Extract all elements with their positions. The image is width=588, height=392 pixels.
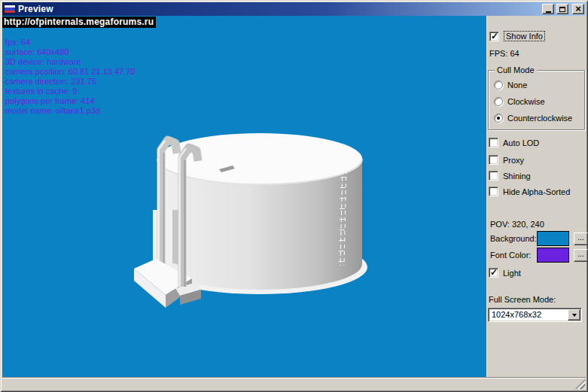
close-icon xyxy=(575,5,581,14)
cull-mode-legend: Cull Mode xyxy=(495,65,537,74)
fullscreen-mode-value: 1024x768x32 xyxy=(489,308,567,321)
radio-none-label[interactable]: None xyxy=(507,81,527,90)
font-color-row: Font Color: ... xyxy=(490,248,588,263)
font-color-swatch xyxy=(537,248,569,263)
background-picker-button[interactable]: ... xyxy=(574,232,588,245)
maximize-button[interactable] xyxy=(556,4,568,14)
show-info-row: Show Info xyxy=(489,31,545,41)
app-flag-icon xyxy=(4,5,16,14)
shining-row: Shining xyxy=(489,171,531,181)
close-button[interactable] xyxy=(572,4,584,14)
url-banner: http://ofpinternals.megaforums.ru xyxy=(2,17,156,28)
fullscreen-mode-select[interactable]: 1024x768x32 xyxy=(488,308,582,322)
titlebar[interactable]: Preview xyxy=(2,2,586,16)
radio-clockwise[interactable] xyxy=(494,97,503,106)
window-title: Preview xyxy=(18,4,540,15)
proxy-checkbox[interactable] xyxy=(489,155,498,165)
auto-lod-checkbox[interactable] xyxy=(489,138,498,147)
radio-counterclockwise-label[interactable]: Counterclockwise xyxy=(507,114,572,123)
radio-none[interactable] xyxy=(494,81,503,90)
cull-mode-groupbox: Cull Mode None Clockwise Counterclockwis… xyxy=(488,70,585,130)
fullscreen-mode-label: Full Screen Mode: xyxy=(489,295,556,304)
light-row: Light xyxy=(489,268,521,278)
preview-window: Preview xyxy=(0,0,588,392)
hide-alpha-sorted-checkbox[interactable] xyxy=(489,187,498,196)
radio-counterclockwise[interactable] xyxy=(494,114,503,123)
info-line-camera-direction: camera direction: 231.75 xyxy=(5,77,135,87)
flag-stripe-red xyxy=(5,11,15,13)
side-panel: Show Info FPS: 64 Cull Mode None Clockwi… xyxy=(486,16,586,377)
cull-mode-option-counterclockwise: Counterclockwise xyxy=(494,114,572,123)
maximize-icon xyxy=(559,7,565,12)
radio-clockwise-label[interactable]: Clockwise xyxy=(507,97,545,106)
info-line-device: 3D device: hardware xyxy=(5,57,135,67)
hide-alpha-sorted-label[interactable]: Hide Alpha-Sorted xyxy=(503,187,570,196)
dropdown-button[interactable] xyxy=(568,309,580,321)
info-line-polygons: polygons per frame: 414 xyxy=(5,96,135,106)
background-label: Background: xyxy=(490,234,531,243)
light-label[interactable]: Light xyxy=(503,269,521,278)
proxy-label[interactable]: Proxy xyxy=(503,156,524,165)
background-row: Background: ... xyxy=(490,231,588,246)
auto-lod-row: Auto LOD xyxy=(489,138,539,147)
shining-label[interactable]: Shining xyxy=(503,172,531,181)
pov-label: POV: 320, 240 xyxy=(490,220,544,229)
show-info-checkbox[interactable] xyxy=(489,32,499,41)
hide-alpha-sorted-row: Hide Alpha-Sorted xyxy=(489,187,570,196)
minimize-icon xyxy=(546,11,551,13)
cull-mode-option-clockwise: Clockwise xyxy=(494,97,545,106)
light-checkbox[interactable] xyxy=(489,268,498,278)
font-color-label: Font Color: xyxy=(490,251,531,260)
font-color-picker-button[interactable]: ... xyxy=(574,249,588,262)
cull-mode-option-none: None xyxy=(494,81,527,90)
auto-lod-label[interactable]: Auto LOD xyxy=(503,138,539,147)
fps-label: FPS: 64 xyxy=(489,49,519,58)
render-info-text: fps: 64 surface: 640x480 3D device: hard… xyxy=(5,38,135,116)
statusbar xyxy=(2,377,586,390)
show-info-label[interactable]: Show Info xyxy=(504,31,545,41)
info-line-textures: textures in cache: 9 xyxy=(5,87,135,96)
resize-grip[interactable] xyxy=(575,379,585,389)
info-line-surface: surface: 640x480 xyxy=(5,47,135,57)
chevron-down-icon xyxy=(572,314,577,317)
viewport-3d[interactable]: http://ofpinternals.megaforums.ru fps: 6… xyxy=(2,16,486,377)
info-line-camera-position: camera position: 60.81 21.13 47.70 xyxy=(5,67,135,77)
minimize-button[interactable] xyxy=(542,4,554,14)
client-area: http://ofpinternals.megaforums.ru fps: 6… xyxy=(2,16,586,377)
info-line-model-name: model name: oiltank1.p3d xyxy=(5,106,135,116)
shining-checkbox[interactable] xyxy=(489,171,498,181)
proxy-row: Proxy xyxy=(489,155,524,165)
background-swatch xyxy=(537,231,569,246)
info-line-fps: fps: 64 xyxy=(5,38,135,47)
